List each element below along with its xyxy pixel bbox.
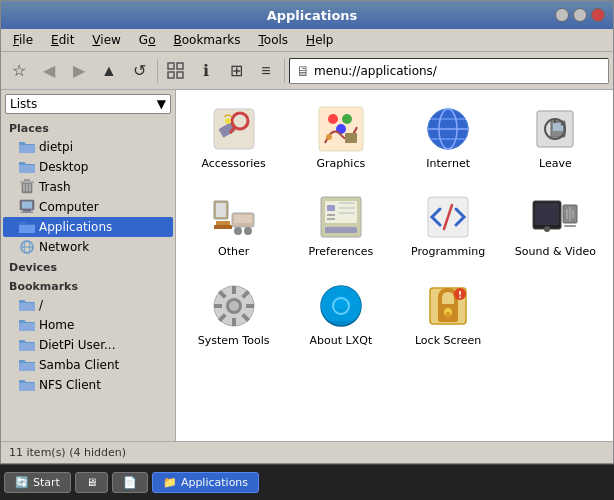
main-window: Applications File Edit View Go Bookmarks…: [0, 0, 614, 464]
sidebar-label: dietpi: [39, 140, 73, 154]
maximize-button[interactable]: [573, 8, 587, 22]
file-area: Accessories: [176, 90, 613, 441]
sidebar-item-home[interactable]: Home: [3, 315, 173, 335]
network-icon: [19, 239, 35, 255]
menu-help[interactable]: Help: [298, 31, 341, 49]
sidebar-item-samba[interactable]: Samba Client: [3, 355, 173, 375]
file-label: Internet: [426, 157, 470, 171]
bookmarks-section: Bookmarks: [1, 276, 175, 295]
svg-point-24: [342, 114, 352, 124]
file-item-sound-video[interactable]: Sound & Video: [506, 186, 605, 266]
folder-icon: [19, 357, 35, 373]
sidebar-item-nfs[interactable]: NFS Client: [3, 375, 173, 395]
svg-text:!: !: [458, 290, 462, 300]
sidebar-item-network[interactable]: Network: [3, 237, 173, 257]
file-label: Programming: [411, 245, 485, 259]
sidebar: Lists ▼ Places dietpi: [1, 90, 176, 441]
view-grid-button[interactable]: ⊞: [222, 57, 250, 85]
file-item-system-tools[interactable]: System Tools: [184, 275, 283, 355]
file-label: Preferences: [309, 245, 374, 259]
file-item-other[interactable]: Other: [184, 186, 283, 266]
back-button[interactable]: ◀: [35, 57, 63, 85]
svg-point-80: [229, 301, 239, 311]
menu-file[interactable]: File: [5, 31, 41, 49]
file-item-graphics[interactable]: Graphics: [291, 98, 390, 178]
menu-view[interactable]: View: [84, 31, 128, 49]
taskbar-window2[interactable]: 📄: [112, 472, 148, 493]
start-icon: 🔄: [15, 476, 29, 489]
sidebar-item-dietpi[interactable]: dietpi: [3, 137, 173, 157]
sidebar-label: DietPi User...: [39, 338, 115, 352]
graphics-icon: [317, 105, 365, 153]
svg-point-49: [234, 227, 242, 235]
minimize-button[interactable]: [555, 8, 569, 22]
window1-icon: 🖥: [86, 476, 97, 489]
sidebar-label: Samba Client: [39, 358, 119, 372]
file-item-accessories[interactable]: Accessories: [184, 98, 283, 178]
svg-rect-54: [327, 214, 335, 216]
bookmark-button[interactable]: ☆: [5, 57, 33, 85]
places-section: Places: [1, 118, 175, 137]
view-icon-button[interactable]: [162, 57, 190, 85]
file-item-about-lxqt[interactable]: About LXQt: [291, 275, 390, 355]
folder-app-icon: [19, 219, 35, 235]
sidebar-item-applications[interactable]: Applications: [3, 217, 173, 237]
file-label: System Tools: [198, 334, 270, 348]
forward-button[interactable]: ▶: [65, 57, 93, 85]
file-label: Graphics: [317, 157, 366, 171]
file-label: About LXQt: [310, 334, 373, 348]
taskbar-applications[interactable]: 📁 Applications: [152, 472, 259, 493]
folder-icon: [19, 377, 35, 393]
svg-rect-1: [177, 63, 183, 69]
start-button[interactable]: 🔄 Start: [4, 472, 71, 493]
location-text: menu://applications/: [314, 64, 437, 78]
start-label: Start: [33, 476, 60, 489]
location-bar[interactable]: 🖥 menu://applications/: [289, 58, 609, 84]
refresh-button[interactable]: ↺: [125, 57, 153, 85]
svg-rect-86: [446, 312, 450, 318]
menu-bookmarks[interactable]: Bookmarks: [165, 31, 248, 49]
svg-rect-0: [168, 63, 174, 69]
sidebar-item-desktop[interactable]: Desktop: [3, 157, 173, 177]
svg-rect-53: [327, 205, 335, 211]
about-lxqt-icon: [317, 282, 365, 330]
menu-go[interactable]: Go: [131, 31, 164, 49]
sidebar-item-computer[interactable]: Computer: [3, 197, 173, 217]
sidebar-item-dietpi-user[interactable]: DietPi User...: [3, 335, 173, 355]
file-item-internet[interactable]: Internet: [399, 98, 498, 178]
titlebar: Applications: [1, 1, 613, 29]
view-info-button[interactable]: ℹ: [192, 57, 220, 85]
up-button[interactable]: ▲: [95, 57, 123, 85]
sidebar-label: Applications: [39, 220, 112, 234]
menu-edit[interactable]: Edit: [43, 31, 82, 49]
file-item-programming[interactable]: Programming: [399, 186, 498, 266]
dropdown-arrow: ▼: [157, 97, 166, 111]
main-area: Lists ▼ Places dietpi: [1, 90, 613, 441]
svg-point-23: [328, 114, 338, 124]
svg-rect-43: [214, 225, 232, 229]
folder-icon: [19, 159, 35, 175]
file-item-leave[interactable]: Leave: [506, 98, 605, 178]
svg-point-21: [225, 118, 231, 124]
file-item-lock-screen[interactable]: ! Lock Screen: [399, 275, 498, 355]
internet-icon: [424, 105, 472, 153]
menubar: File Edit View Go Bookmarks Tools Help: [1, 29, 613, 52]
window-title: Applications: [69, 8, 555, 23]
taskbar-window1[interactable]: 🖥: [75, 472, 108, 493]
lists-dropdown[interactable]: Lists ▼: [5, 94, 171, 114]
close-button[interactable]: [591, 8, 605, 22]
computer-icon: [19, 199, 35, 215]
sidebar-label: Computer: [39, 200, 99, 214]
svg-rect-2: [168, 72, 174, 78]
titlebar-buttons: [555, 8, 605, 22]
sidebar-item-trash[interactable]: Trash: [3, 177, 173, 197]
menu-tools[interactable]: Tools: [251, 31, 297, 49]
file-label: Lock Screen: [415, 334, 481, 348]
file-item-preferences[interactable]: Preferences: [291, 186, 390, 266]
view-list-button[interactable]: ≡: [252, 57, 280, 85]
sidebar-label: Trash: [39, 180, 71, 194]
sidebar-item-root[interactable]: /: [3, 295, 173, 315]
sidebar-label: /: [39, 298, 43, 312]
folder-icon: [19, 337, 35, 353]
sidebar-label: Desktop: [39, 160, 89, 174]
